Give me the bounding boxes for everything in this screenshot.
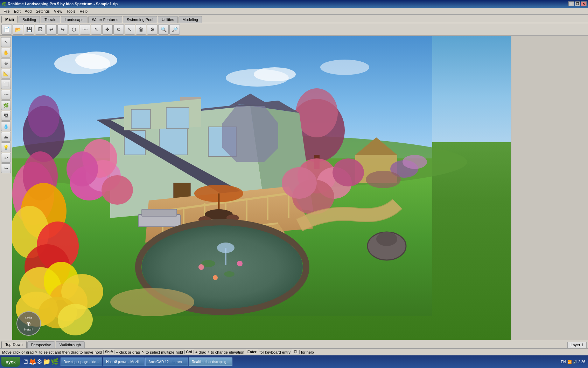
taskbar-tray: EN 📶 🔊 2:26	[560, 360, 587, 364]
view-tabbar: Top-Down Perspective Walkthrough Layer 1	[0, 340, 588, 348]
tool-region[interactable]: ⬜	[1, 79, 11, 89]
tool-structure[interactable]: 🏗	[1, 111, 11, 121]
taskbar-icon-3[interactable]: ⚙	[37, 358, 42, 366]
menu-view[interactable]: View	[52, 8, 64, 14]
tray-volume-icon[interactable]: 🔊	[573, 360, 577, 364]
tab-water-features[interactable]: Water Features	[88, 16, 122, 23]
taskbar-app-2[interactable]: ArchiCAD 12 :: torren...	[145, 357, 188, 366]
svg-point-61	[376, 232, 397, 246]
svg-point-79	[332, 158, 364, 186]
action-label: Move	[2, 350, 12, 354]
taskbar-icon-5[interactable]: 🌿	[51, 358, 58, 366]
titlebar-controls[interactable]: ─ ❐ ✕	[568, 1, 587, 6]
hint-2: hold	[94, 350, 102, 354]
redo-button[interactable]: ↪	[57, 24, 68, 35]
menu-file[interactable]: File	[1, 8, 12, 14]
draw-region-button[interactable]: ⬡	[69, 24, 79, 35]
hint-5: + drag	[195, 350, 206, 354]
svg-point-14	[402, 155, 427, 169]
view-tab-topdown[interactable]: Top-Down	[1, 341, 27, 348]
svg-point-15	[366, 171, 401, 188]
tab-modeling[interactable]: Modeling	[178, 16, 202, 23]
tab-landscape[interactable]: Landscape	[61, 16, 88, 23]
move-button[interactable]: ✥	[102, 24, 113, 35]
orbit-control[interactable]: Orbit ⊕ Height	[16, 311, 41, 336]
main-toolbar: 📄 📂 💾 🖫 ↩ ↪ ⬡ 〰 ↖ ✥ ↻ ⤡ 🗑 ⚙ 🔍 🔎	[0, 23, 588, 36]
tab-swimming-pool[interactable]: Swimming Pool	[123, 16, 157, 23]
svg-point-4	[254, 67, 296, 81]
scene-svg	[12, 36, 511, 340]
svg-point-54	[224, 271, 234, 277]
minimize-button[interactable]: ─	[568, 1, 574, 6]
tab-terrain[interactable]: Terrain	[41, 16, 60, 23]
tray-network-icon[interactable]: 📶	[567, 360, 572, 364]
tool-redo[interactable]: ↪	[1, 163, 11, 173]
taskbar-app-1[interactable]: Новый релиз - Mozil...	[103, 357, 145, 366]
taskbar-app-3[interactable]: Realtime Landscaping...	[189, 357, 232, 366]
viewport[interactable]: Orbit ⊕ Height	[12, 36, 511, 340]
tool-plant[interactable]: 🌿	[1, 100, 11, 110]
zoom-out-button[interactable]: 🔎	[169, 24, 180, 35]
titlebar-left: 🌿 Realtime Landscaping Pro 5 by Idea Spe…	[1, 2, 118, 6]
svg-rect-29	[166, 108, 189, 129]
tab-building[interactable]: Building	[19, 16, 40, 23]
new-button[interactable]: 📄	[1, 24, 12, 35]
svg-point-81	[282, 167, 317, 199]
tool-select[interactable]: ↖	[1, 37, 11, 47]
close-button[interactable]: ✕	[581, 1, 587, 6]
tab-utilities[interactable]: Utilities	[158, 16, 178, 23]
tray-time: 2:26	[579, 360, 585, 364]
svg-point-59	[217, 243, 234, 253]
title-text: Realtime Landscaping Pro 5 by Idea Spect…	[8, 2, 118, 6]
svg-point-76	[66, 151, 98, 186]
taskbar-apps: Developer page - Ide... Новый релиз - Mo…	[61, 357, 559, 366]
zoom-in-button[interactable]: 🔍	[158, 24, 169, 35]
taskbar-icon-1[interactable]: 🖥	[22, 358, 28, 366]
tab-main[interactable]: Main	[1, 16, 18, 23]
tool-path[interactable]: 〰	[1, 90, 11, 100]
cursor-icon-3: ↕	[208, 350, 210, 354]
draw-path-button[interactable]: 〰	[80, 24, 90, 35]
view-tab-perspective[interactable]: Perspective	[27, 341, 55, 348]
menu-tools[interactable]: Tools	[64, 8, 78, 14]
delete-button[interactable]: 🗑	[136, 24, 146, 35]
menu-edit[interactable]: Edit	[12, 8, 23, 14]
tray-lang: EN	[561, 360, 566, 364]
taskbar-icon-2[interactable]: 🦊	[29, 358, 36, 366]
properties-button[interactable]: ⚙	[147, 24, 158, 35]
undo-button[interactable]: ↩	[46, 24, 57, 35]
saveas-button[interactable]: 🖫	[35, 24, 46, 35]
svg-marker-30	[222, 106, 278, 162]
rotate-button[interactable]: ↻	[113, 24, 124, 35]
tool-water[interactable]: 💧	[1, 121, 11, 131]
hint-5b: to change elevation	[211, 350, 244, 354]
tool-pan[interactable]: ✋	[1, 48, 11, 57]
svg-rect-50	[142, 209, 177, 216]
tool-zoom[interactable]: ⊕	[1, 58, 11, 68]
restore-button[interactable]: ❐	[575, 1, 580, 6]
select-button[interactable]: ↖	[91, 24, 102, 35]
taskbar-icon-4[interactable]: 📁	[43, 358, 50, 366]
menu-settings[interactable]: Settings	[34, 8, 52, 14]
tool-terrain[interactable]: ⛰	[1, 132, 11, 142]
app-icon: 🌿	[1, 2, 6, 6]
view-tab-walkthrough[interactable]: Walkthrough	[56, 341, 85, 348]
menu-help[interactable]: Help	[77, 8, 90, 14]
main-tabbar: Main Building Terrain Landscape Water Fe…	[0, 15, 588, 23]
hint-3: + click or drag	[116, 350, 140, 354]
start-button[interactable]: пуск	[1, 357, 20, 367]
save-button[interactable]: 💾	[24, 24, 34, 35]
hint-6: for keyboard entry	[260, 350, 291, 354]
menu-add[interactable]: Add	[23, 8, 34, 14]
statusbar: Move click or drag ↖ to select and then …	[0, 348, 588, 355]
taskbar-app-0[interactable]: Developer page - Ide...	[61, 357, 103, 366]
scale-button[interactable]: ⤡	[125, 24, 135, 35]
svg-point-2	[75, 52, 117, 69]
svg-point-84	[58, 304, 93, 335]
tool-light[interactable]: 💡	[1, 142, 11, 152]
cursor-icon-2: ↖	[141, 350, 144, 354]
tool-undo[interactable]: ↩	[1, 153, 11, 163]
open-button[interactable]: 📂	[13, 24, 23, 35]
tool-measure[interactable]: 📐	[1, 69, 11, 79]
svg-point-85	[110, 288, 194, 316]
